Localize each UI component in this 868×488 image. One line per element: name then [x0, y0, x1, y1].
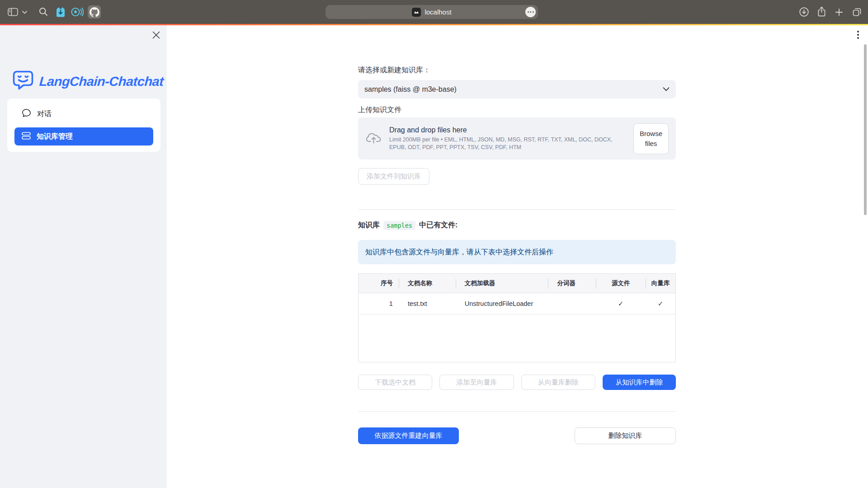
delete-from-kb-button[interactable]: 从知识库中删除 [603, 375, 676, 390]
sidebar-item-kb-management[interactable]: 知识库管理 [14, 127, 153, 145]
browser-window: localhost [0, 0, 868, 488]
download-icon[interactable] [799, 7, 809, 17]
logo-chat-bubble-icon [12, 70, 34, 93]
tabs-overview-icon[interactable] [852, 7, 862, 17]
info-alert-text: 知识库中包含源文件与向量库，请从下表中选择文件后操作 [365, 248, 553, 257]
cell-doc-name: test.txt [399, 293, 456, 314]
search-icon[interactable] [39, 7, 48, 16]
sidebar-item-label: 对话 [37, 109, 52, 119]
upload-label: 上传知识文件 [358, 105, 401, 115]
table-row[interactable]: 1 test.txt UnstructuredFileLoader ✓ ✓ [359, 293, 675, 314]
chevron-down-icon[interactable] [22, 11, 27, 14]
extension-cat-download-icon[interactable] [55, 6, 66, 18]
share-icon[interactable] [817, 6, 826, 18]
kb-name-code: samples [383, 221, 415, 230]
delete-kb-button[interactable]: 删除知识库 [575, 427, 676, 444]
divider [358, 411, 676, 412]
chat-bubble-icon [22, 108, 31, 119]
table-header-row: 序号 文档名称 文档加载器 分词器 源文件 向量库 [359, 274, 675, 293]
kb-heading-suffix: 中已有文件: [419, 221, 458, 230]
col-header-splitter: 分词器 [548, 274, 596, 293]
cell-loader: UnstructuredFileLoader [456, 293, 548, 314]
dropzone-limit-text: Limit 200MB per file • EML, HTML, JSON, … [389, 136, 622, 151]
scrollbar[interactable] [864, 44, 867, 215]
main-content: 请选择或新建知识库： samples (faiss @ m3e-base) 上传… [358, 0, 676, 488]
download-selected-button[interactable]: 下载选中文档 [358, 375, 432, 390]
file-uploader-dropzone[interactable]: Drag and drop files here Limit 200MB per… [358, 117, 676, 160]
col-header-index: 序号 [359, 274, 399, 293]
add-files-to-kb-button[interactable]: 添加文件到知识库 [358, 168, 429, 185]
cell-source-file-check: ✓ [596, 293, 646, 314]
delete-from-vector-store-button[interactable]: 从向量库删除 [521, 375, 595, 390]
app-logo: LangChain-Chatchat [12, 70, 164, 93]
rebuild-vector-store-button[interactable]: 依据源文件重建向量库 [358, 427, 459, 444]
col-header-loader: 文档加载器 [456, 274, 548, 293]
sidebar-menu: 对话 知识库管理 [7, 99, 160, 152]
cell-index: 1 [359, 293, 399, 314]
dropzone-title: Drag and drop files here [389, 126, 622, 134]
add-to-vector-store-button[interactable]: 添加至向量库 [439, 375, 514, 390]
sidebar: LangChain-Chatchat 对话 知识库管理 [0, 25, 167, 488]
col-header-vector-store: 向量库 [646, 274, 675, 293]
logo-text: LangChain-Chatchat [39, 74, 164, 89]
cell-splitter [548, 293, 596, 314]
cloud-upload-icon [365, 131, 382, 146]
close-sidebar-icon[interactable] [151, 29, 161, 40]
github-extension-icon[interactable] [88, 5, 101, 19]
new-tab-plus-icon[interactable] [835, 9, 843, 16]
cell-vector-store-check: ✓ [646, 293, 675, 314]
chevron-down-icon [663, 87, 670, 91]
kb-select-label: 请选择或新建知识库： [358, 66, 430, 75]
kb-select-value: samples (faiss @ m3e-base) [364, 85, 457, 94]
browse-files-button[interactable]: Browse files [633, 123, 669, 154]
kb-actions: 依据源文件重建向量库 删除知识库 [358, 427, 676, 444]
kb-files-table[interactable]: 序号 文档名称 文档加载器 分词器 源文件 向量库 1 test.txt Uns… [358, 273, 676, 362]
kb-files-heading: 知识库 samples 中已有文件: [358, 221, 458, 230]
kb-select[interactable]: samples (faiss @ m3e-base) [358, 80, 676, 99]
row-actions: 下载选中文档 添加至向量库 从向量库删除 从知识库中删除 [358, 375, 676, 390]
info-alert: 知识库中包含源文件与向量库，请从下表中选择文件后操作 [358, 240, 676, 264]
col-header-doc-name: 文档名称 [399, 274, 456, 293]
kb-heading-prefix: 知识库 [358, 221, 380, 230]
divider [358, 209, 676, 210]
extension-radar-star-icon[interactable] [71, 6, 84, 18]
app-overflow-menu-icon[interactable] [854, 28, 862, 42]
sidebar-item-label: 知识库管理 [37, 132, 73, 141]
sidebar-item-dialogue[interactable]: 对话 [14, 105, 153, 123]
col-header-source-file: 源文件 [596, 274, 646, 293]
database-icon [22, 132, 31, 141]
sidebar-toggle-icon[interactable] [8, 8, 18, 16]
